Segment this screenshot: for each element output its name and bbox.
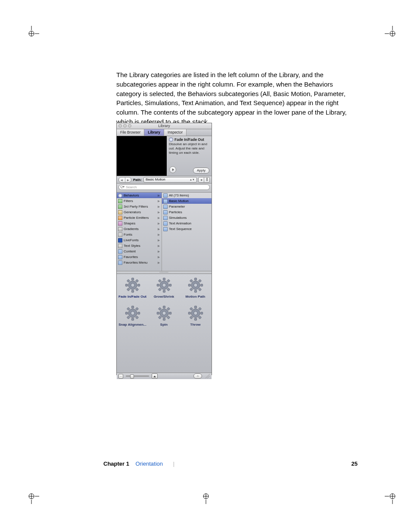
svg-rect-57	[135, 316, 138, 319]
category-label: Fonts	[124, 233, 132, 236]
svg-rect-73	[167, 307, 170, 310]
category-icon	[118, 238, 122, 243]
svg-point-21	[203, 494, 209, 499]
category-label: Favorites	[124, 255, 138, 259]
svg-point-65	[162, 311, 165, 315]
stack-item[interactable]: Throw	[180, 305, 211, 333]
path-popup[interactable]: Basic Motion ▲▼	[143, 177, 197, 183]
stack-item-label: Throw	[190, 323, 201, 327]
preview-description: Dissolve an object in and out. Adjust th…	[169, 142, 209, 155]
view-mode-toggle[interactable]: ❖ ≣	[199, 177, 210, 183]
stack-item-label: Fade In/Fade Out	[118, 295, 146, 299]
svg-rect-58	[131, 318, 134, 320]
category-item[interactable]: Filters▶	[117, 198, 162, 204]
subcategory-item[interactable]: Simulations	[162, 215, 212, 221]
svg-point-2	[29, 31, 34, 36]
tab-library[interactable]: Library	[144, 129, 164, 136]
tab-inspector[interactable]: Inspector	[164, 129, 187, 136]
paragraph-text: The Library categories are listed in the…	[116, 71, 347, 125]
svg-point-55	[131, 311, 134, 315]
traffic-lights[interactable]	[118, 124, 131, 128]
category-label: Favorites Menu	[124, 261, 147, 264]
tab-file-browser[interactable]: File Browser	[117, 129, 144, 136]
folder-icon	[163, 193, 168, 198]
svg-rect-37	[167, 288, 170, 291]
category-item[interactable]: Fonts▶	[117, 232, 162, 237]
chapter-title: Orientation	[135, 460, 163, 467]
zoom-slider[interactable]	[126, 376, 149, 376]
stack-pane[interactable]: Fade In/Fade OutGrow/ShrinkMotion PathSn…	[117, 274, 212, 373]
subcategory-item[interactable]: Text Animation	[162, 221, 212, 226]
category-label: Behaviors	[124, 193, 139, 197]
path-label: Path:	[133, 178, 142, 182]
svg-rect-46	[200, 284, 202, 286]
folder-icon	[163, 227, 168, 231]
list-view-button[interactable]: ≣	[204, 177, 210, 183]
svg-rect-76	[200, 312, 202, 314]
folder-icon	[163, 210, 168, 215]
category-item[interactable]: Favorites Menu▶	[117, 260, 162, 265]
category-item[interactable]: Favorites▶	[117, 254, 162, 260]
svg-rect-51	[190, 279, 193, 282]
resize-grip[interactable]	[206, 374, 210, 378]
window-title: Library	[158, 124, 170, 128]
category-item[interactable]: LiveFonts▶	[117, 237, 162, 243]
apply-button[interactable]: Apply	[193, 168, 209, 174]
category-label: Text Styles	[124, 244, 140, 248]
svg-rect-67	[167, 316, 170, 319]
subcategory-column[interactable]: All (73 items)Basic MotionParameterParti…	[162, 193, 212, 271]
svg-point-35	[162, 283, 165, 287]
preview-row: Fade In/Fade Out Dissolve an object in a…	[117, 136, 212, 176]
svg-point-75	[193, 311, 197, 315]
svg-rect-38	[163, 290, 165, 292]
category-icon	[118, 205, 122, 209]
stack-item[interactable]: Grow/Shrink	[148, 277, 180, 305]
svg-rect-68	[163, 318, 165, 320]
icon-view-button[interactable]: ❖	[198, 177, 204, 183]
category-label: Content	[124, 249, 136, 253]
gear-icon	[187, 305, 204, 322]
subcategory-item[interactable]: Particles	[162, 209, 212, 215]
page-footer: Chapter 1 Orientation | 25	[103, 460, 358, 467]
subcategory-item[interactable]: Parameter	[162, 204, 212, 209]
stack-item[interactable]: Fade In/Fade Out	[117, 277, 148, 305]
subcategory-item[interactable]: Text Sequence	[162, 226, 212, 232]
category-label: Shapes	[124, 221, 135, 225]
category-item[interactable]: Behaviors▶	[117, 193, 162, 198]
crop-mark-top-right	[385, 26, 400, 41]
play-button[interactable]	[169, 166, 176, 173]
subcategory-item[interactable]: Basic Motion	[162, 198, 212, 204]
svg-rect-56	[137, 312, 140, 314]
stack-item[interactable]: Spin	[148, 305, 180, 333]
category-item[interactable]: Particle Emitters▶	[117, 215, 162, 221]
category-item[interactable]: Text Styles▶	[117, 243, 162, 249]
columns-row: Behaviors▶Filters▶3rd Party Filters▶Gene…	[117, 193, 212, 271]
folder-icon	[163, 199, 168, 203]
library-panel: Library File Browser Library Inspector F…	[116, 123, 212, 375]
category-item[interactable]: Content▶	[117, 249, 162, 254]
page-number: 25	[352, 460, 358, 467]
category-column[interactable]: Behaviors▶Filters▶3rd Party Filters▶Gene…	[117, 193, 162, 271]
stack-item[interactable]: Motion Path	[180, 277, 211, 305]
nav-back-forward[interactable]: ◀▶	[118, 177, 131, 183]
subcategory-label: Text Sequence	[169, 227, 192, 231]
category-item[interactable]: Generators▶	[117, 209, 162, 215]
category-label: Gradients	[124, 227, 139, 231]
category-item[interactable]: Gradients▶	[117, 226, 162, 232]
collapse-button[interactable]	[152, 373, 158, 379]
category-item[interactable]: Shapes▶	[117, 221, 162, 226]
subcategory-label: Basic Motion	[169, 199, 189, 203]
category-item[interactable]: 3rd Party Filters▶	[117, 204, 162, 209]
search-input[interactable]: Search	[118, 184, 210, 190]
subcategory-item[interactable]: All (73 items)	[162, 193, 212, 198]
category-label: LiveFonts	[124, 238, 139, 242]
svg-rect-63	[135, 307, 138, 310]
home-button[interactable]: ⌂	[193, 373, 202, 379]
svg-rect-52	[194, 278, 196, 280]
svg-point-25	[131, 283, 134, 287]
zoom-out-button[interactable]: -	[118, 374, 123, 379]
svg-rect-49	[190, 288, 193, 291]
subcategory-label: Particles	[169, 210, 182, 214]
svg-rect-48	[194, 290, 196, 292]
stack-item[interactable]: Snap Alignmen...	[117, 305, 148, 333]
